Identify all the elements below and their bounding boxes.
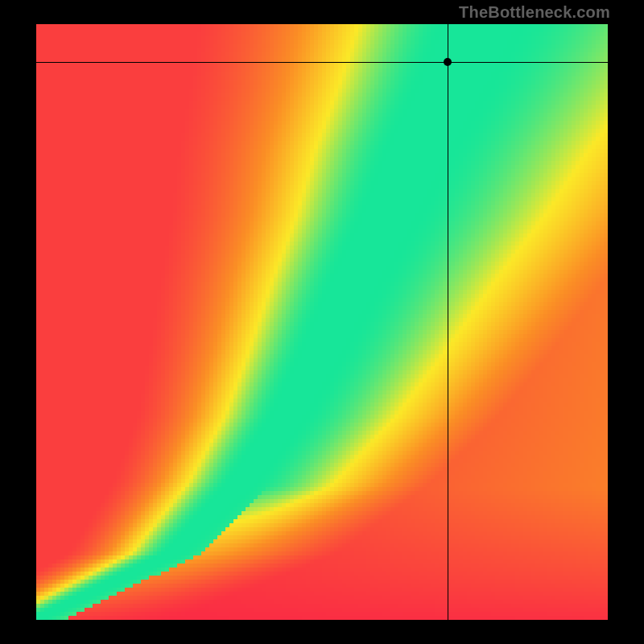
crosshair-vertical [448, 24, 448, 620]
crosshair-horizontal [36, 62, 608, 63]
watermark-text: TheBottleneck.com [459, 3, 610, 22]
stage: TheBottleneck.com [0, 0, 644, 644]
heatmap-canvas [36, 24, 608, 620]
heatmap-plot [36, 24, 608, 620]
marker-dot [444, 58, 452, 66]
